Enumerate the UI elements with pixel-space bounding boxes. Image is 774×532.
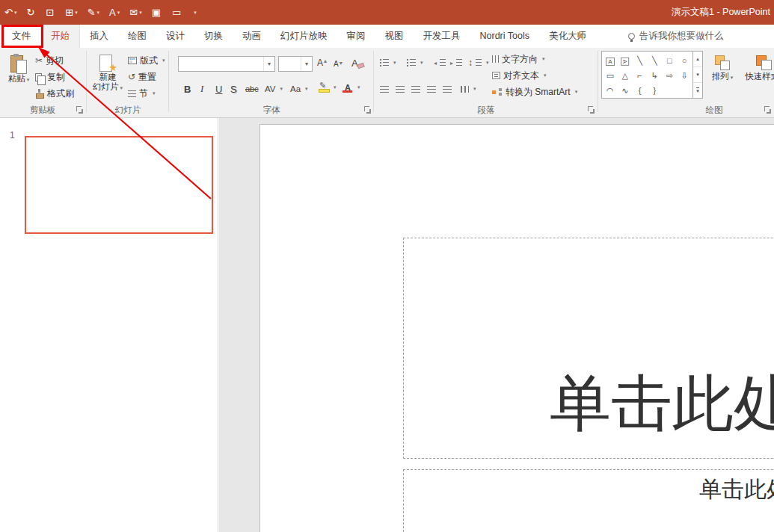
justify-button[interactable] — [427, 82, 436, 96]
shape-icon: A — [621, 58, 629, 66]
align-center-button[interactable] — [396, 82, 405, 96]
paste-icon — [10, 54, 27, 74]
paragraph-dialog-launcher[interactable] — [588, 106, 595, 114]
increase-indent-button[interactable]: ▸ — [450, 56, 462, 69]
gallery-scroll-down-button[interactable]: ▾ — [693, 67, 702, 83]
redo-button[interactable]: ↻ — [26, 7, 36, 17]
strikethrough-button[interactable]: abc — [245, 82, 259, 96]
bold-button[interactable]: B — [184, 82, 191, 96]
font-size-combo[interactable] — [278, 56, 313, 72]
font-color-button[interactable]: A — [343, 81, 360, 94]
change-case-button[interactable]: Aa — [290, 82, 308, 96]
tab-review[interactable]: 审阅 — [337, 25, 375, 48]
tab-nordri-tools[interactable]: Nordri Tools — [470, 25, 539, 48]
indent-lines-icon — [456, 59, 462, 66]
layout-button[interactable]: 版式 — [128, 54, 165, 67]
combo-caret-icon[interactable] — [301, 57, 312, 71]
shape-right-brace[interactable]: } — [654, 83, 657, 96]
shape-elbow-arrow-connector[interactable]: ↳ — [651, 68, 658, 81]
shape-rectangle[interactable]: □ — [667, 53, 672, 66]
tell-me-box[interactable]: 告诉我你想要做什么 — [628, 25, 724, 48]
subtitle-placeholder[interactable]: 单击此处 — [403, 469, 774, 532]
text-highlight-color-button[interactable]: ✎ — [319, 81, 337, 94]
underline-button[interactable]: U — [215, 82, 222, 96]
shape-left-brace[interactable]: { — [639, 83, 642, 96]
quick-styles-button[interactable]: 快速样式 — [742, 51, 774, 100]
shape-text-box[interactable]: A — [606, 53, 614, 66]
text-highlight-icon: ✎ — [319, 82, 329, 93]
tab-file[interactable]: 文件 — [2, 25, 40, 48]
line-spacing-button[interactable]: ↕ — [468, 56, 489, 69]
start-slideshow-button[interactable]: ⊡ — [46, 7, 55, 17]
bullets-button[interactable] — [380, 56, 396, 69]
print-preview-button[interactable]: ⊞▾ — [65, 7, 77, 17]
slide[interactable]: 单击此处 单击此处 — [259, 124, 774, 532]
shape-rounded-rectangle[interactable]: ▭ — [606, 68, 614, 81]
italic-button[interactable]: I — [200, 82, 203, 96]
save-button[interactable]: ▣ — [152, 7, 162, 17]
align-text-button[interactable]: 对齐文本 — [492, 69, 547, 82]
columns-button[interactable] — [461, 82, 476, 96]
tab-transitions[interactable]: 切换 — [194, 25, 233, 48]
draw-button[interactable]: ✎▾ — [87, 7, 99, 17]
character-spacing-button[interactable]: AV — [265, 82, 283, 96]
gallery-scroll-up-button[interactable]: ▴ — [693, 52, 702, 67]
undo-button[interactable]: ↶▾ — [4, 7, 16, 17]
tab-meihua-dashi[interactable]: 美化大师 — [539, 25, 596, 48]
reset-button[interactable]: ↺ 重置 — [128, 70, 156, 84]
format-painter-button[interactable]: 格式刷 — [35, 87, 74, 100]
title-placeholder[interactable]: 单击此处 — [403, 238, 774, 459]
combo-caret-icon[interactable] — [263, 57, 274, 71]
cut-button[interactable]: ✂ 剪切 — [35, 54, 64, 67]
decrease-indent-button[interactable]: ◂ — [434, 56, 446, 69]
shrink-font-button[interactable]: A▾ — [334, 57, 343, 70]
font-name-combo[interactable] — [178, 56, 275, 72]
tab-view[interactable]: 视图 — [375, 25, 414, 48]
shape-curve[interactable]: ∿ — [621, 83, 628, 96]
shape-elbow-connector[interactable]: ⌐ — [637, 68, 642, 81]
text-shadow-button[interactable]: S — [230, 82, 237, 96]
new-slide-button[interactable]: 新建 幻灯片 — [89, 51, 126, 100]
dropdown-caret-icon: ▾ — [75, 10, 78, 15]
drawing-dialog-launcher[interactable] — [764, 106, 772, 114]
shape-arc[interactable]: ◠ — [606, 83, 614, 96]
font-dialog-launcher[interactable] — [364, 106, 372, 114]
align-right-button[interactable] — [411, 82, 420, 96]
clipboard-dialog-launcher[interactable] — [76, 106, 84, 114]
shape-line[interactable]: ╲ — [637, 53, 642, 66]
customize-qat-button[interactable]: ▾ — [192, 10, 197, 15]
align-right-icon — [411, 86, 420, 93]
share-button[interactable]: ✉▾ — [129, 7, 141, 17]
font-tool-button[interactable]: A▾ — [109, 7, 120, 17]
distribute-text-button[interactable] — [443, 82, 452, 96]
shape-arrow-down[interactable]: ⇩ — [681, 68, 687, 81]
tab-slideshow[interactable]: 幻灯片放映 — [271, 25, 337, 48]
shape-triangle[interactable]: △ — [622, 68, 628, 81]
text-direction-button[interactable]: 文字方向 — [492, 52, 545, 66]
tab-animations[interactable]: 动画 — [233, 25, 271, 48]
shape-oval[interactable]: ○ — [682, 53, 687, 66]
align-left-button[interactable] — [380, 82, 389, 96]
clear-formatting-button[interactable]: A — [351, 56, 358, 69]
copy-button[interactable]: 复制 — [35, 70, 65, 84]
gallery-more-button[interactable]: ▾ — [693, 83, 702, 98]
shape-arrow-right[interactable]: ⇨ — [666, 68, 673, 81]
paste-button[interactable]: 粘贴 — [3, 51, 34, 100]
shape-vertical-text-box[interactable]: A — [621, 53, 629, 66]
slide-1-thumbnail[interactable] — [25, 136, 213, 234]
distribute-icon — [443, 86, 452, 93]
tab-draw[interactable]: 绘图 — [118, 25, 156, 48]
shape-line-arrow[interactable]: ╲ — [652, 53, 657, 66]
grow-font-button[interactable]: A▴ — [317, 56, 327, 69]
group-separator — [168, 51, 169, 112]
tab-insert[interactable]: 插入 — [80, 25, 118, 48]
tab-home[interactable]: 开始 — [40, 25, 80, 48]
arrange-button[interactable]: 排列 — [706, 51, 739, 100]
convert-to-smartart-button[interactable]: 转换为 SmartArt — [492, 85, 577, 99]
tab-developer[interactable]: 开发工具 — [414, 25, 470, 48]
numbering-button[interactable] — [407, 56, 423, 69]
qat-icon: A — [109, 7, 116, 17]
section-button[interactable]: 节 — [128, 87, 156, 100]
open-button[interactable]: ▭ — [172, 7, 182, 17]
tab-design[interactable]: 设计 — [156, 25, 194, 48]
